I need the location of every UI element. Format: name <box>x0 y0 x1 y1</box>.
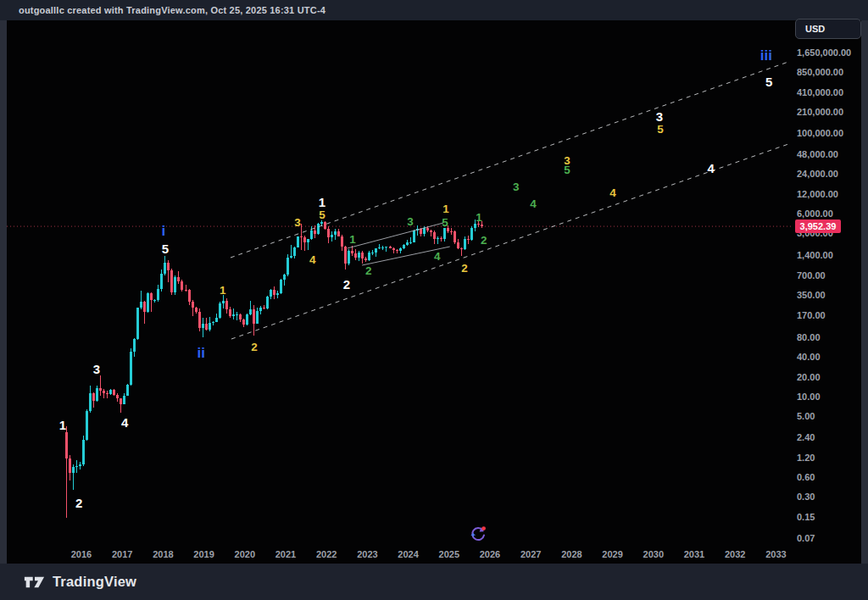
price-tick-label: 410,000.00 <box>797 87 843 97</box>
price-tick-label: 0.15 <box>797 512 815 522</box>
price-tick-label: 350.00 <box>797 290 826 300</box>
chart-canvas[interactable] <box>7 20 861 564</box>
price-tick-label: 0.07 <box>797 533 815 543</box>
price-tick-label: 24,000.00 <box>797 169 838 179</box>
year-tick-label: 2031 <box>676 549 713 559</box>
year-tick-label: 2032 <box>716 549 754 559</box>
price-tick-label: 12,000.00 <box>797 189 838 199</box>
year-tick-label: 2028 <box>553 549 590 559</box>
footer-bar: TradingView <box>0 564 868 600</box>
price-tick-label: 20.00 <box>797 372 821 382</box>
year-tick-label: 2029 <box>594 549 632 559</box>
tradingview-logo-icon <box>24 573 45 592</box>
attribution-text: outgoalllc created with TradingView.com,… <box>19 5 326 15</box>
year-tick-label: 2019 <box>186 549 223 559</box>
time-axis[interactable]: 2016201720182019202020212022202320242025… <box>7 547 861 564</box>
year-tick-label: 2024 <box>390 549 427 559</box>
year-tick-label: 2026 <box>471 549 509 559</box>
year-tick-label: 2016 <box>63 549 100 559</box>
left-frame-strip <box>0 20 7 564</box>
price-tick-label: 5.00 <box>797 411 815 421</box>
price-tick-label: 0.60 <box>797 472 815 482</box>
year-tick-label: 2018 <box>144 549 181 559</box>
price-tick-label: 170.00 <box>797 310 826 320</box>
price-tick-label: 1.20 <box>797 453 815 463</box>
price-axis[interactable]: 3,250,000.001,650,000.00850,000.00410,00… <box>795 20 861 564</box>
year-tick-label: 2030 <box>635 549 672 559</box>
price-tick-label: 1,400.00 <box>797 250 833 260</box>
price-tick-label: 10.00 <box>797 392 821 402</box>
price-tick-label: 700.00 <box>797 270 826 281</box>
price-tick-label: 100,000.00 <box>797 128 843 138</box>
refresh-icon[interactable] <box>468 525 488 545</box>
currency-toggle-button[interactable]: USD <box>795 19 861 39</box>
year-tick-label: 2027 <box>512 549 549 559</box>
attribution-bar: outgoalllc created with TradingView.com,… <box>0 0 868 20</box>
price-tick-label: 6,000.00 <box>797 208 833 219</box>
year-tick-label: 2023 <box>348 549 386 559</box>
year-tick-label: 2033 <box>757 549 794 559</box>
price-tick-label: 2.40 <box>797 432 815 442</box>
year-tick-label: 2022 <box>308 549 345 559</box>
price-tick-label: 40.00 <box>797 352 821 362</box>
year-tick-label: 2021 <box>267 549 304 559</box>
price-tick-label: 48,000.00 <box>797 149 838 159</box>
price-tick-label: 80.00 <box>797 332 821 342</box>
price-tick-label: 1,650,000.00 <box>797 47 851 58</box>
tradingview-logo-text: TradingView <box>53 574 136 590</box>
tradingview-logo[interactable]: TradingView <box>24 573 136 592</box>
last-price-badge: 3,952.39 <box>795 219 841 233</box>
year-tick-label: 2025 <box>431 549 468 559</box>
year-tick-label: 2020 <box>226 549 264 559</box>
price-tick-label: 850,000.00 <box>797 67 843 77</box>
year-tick-label: 2017 <box>103 549 141 559</box>
price-tick-label: 210,000.00 <box>797 107 843 117</box>
price-tick-label: 0.30 <box>797 492 815 502</box>
right-frame-strip <box>861 20 868 564</box>
